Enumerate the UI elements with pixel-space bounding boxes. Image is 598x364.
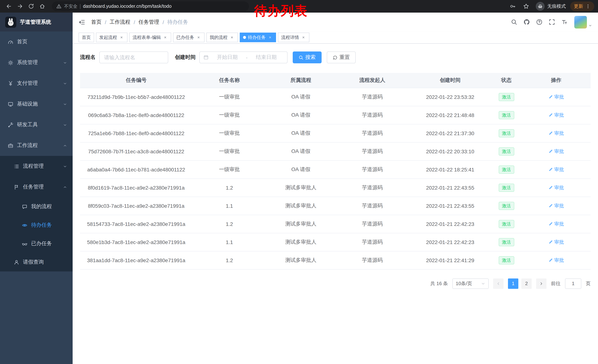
approve-link[interactable]: 审批 bbox=[548, 239, 564, 245]
status-badge: 激活 bbox=[498, 147, 514, 155]
cell-created-time: 2022-01-21 22:42:23 bbox=[409, 215, 491, 233]
close-icon[interactable] bbox=[301, 35, 306, 40]
address-bar[interactable]: 不安全 dashboard.yudao.iocoder.cn/bpm/task/… bbox=[52, 1, 249, 11]
tab-done-tasks[interactable]: 已办任务 bbox=[173, 32, 205, 42]
sidebar-item-dev-tools[interactable]: 研发工具 bbox=[0, 114, 73, 135]
tab-process-detail[interactable]: 流程详情 bbox=[278, 32, 309, 42]
edit-icon bbox=[548, 222, 553, 226]
edit-icon bbox=[548, 131, 553, 135]
page-size-value: 10条/页 bbox=[456, 280, 472, 287]
forward-button[interactable] bbox=[15, 1, 25, 11]
edit-icon bbox=[548, 258, 553, 262]
cell-status: 激活 bbox=[491, 233, 522, 251]
cell-created-time: 2022-01-21 22:41:29 bbox=[409, 251, 491, 269]
cell-initiator: 芋道源码 bbox=[335, 233, 409, 251]
page-button-1[interactable]: 1 bbox=[508, 278, 518, 289]
cell-created-time: 2022-01-22 20:33:10 bbox=[409, 142, 491, 160]
gear-icon bbox=[8, 60, 13, 65]
tab-todo-tasks[interactable]: 待办任务 bbox=[240, 32, 276, 42]
breadcrumb-item-1[interactable]: 工作流程 bbox=[110, 19, 130, 25]
sidebar-item-workflow[interactable]: 工作流程 bbox=[0, 135, 73, 156]
approve-link[interactable]: 审批 bbox=[548, 202, 564, 209]
next-page-button[interactable] bbox=[536, 278, 547, 289]
sidebar-collapse-button[interactable] bbox=[79, 19, 85, 25]
status-badge: 激活 bbox=[498, 202, 514, 210]
sidebar-item-home[interactable]: 首页 bbox=[0, 32, 73, 52]
sidebar-item-my-process[interactable]: 我的流程 bbox=[0, 197, 73, 216]
sidebar-item-todo-tasks[interactable]: 待办任务 bbox=[0, 216, 73, 235]
back-icon bbox=[6, 3, 12, 9]
sidebar-item-leave-query[interactable]: 请假查询 bbox=[0, 253, 73, 271]
approve-link[interactable]: 审批 bbox=[548, 257, 564, 263]
refresh-button[interactable] bbox=[26, 1, 36, 11]
active-tab-dot bbox=[243, 36, 246, 39]
approve-link[interactable]: 审批 bbox=[548, 130, 564, 137]
edit-icon bbox=[548, 113, 553, 117]
annotation-overlay: 待办列表 bbox=[254, 2, 307, 20]
cell-process: 测试多审批人 bbox=[266, 215, 335, 233]
approve-link[interactable]: 审批 bbox=[548, 166, 564, 173]
goto-label: 前往 bbox=[551, 280, 561, 287]
password-manager-button[interactable] bbox=[507, 1, 518, 11]
tab-my-process[interactable]: 我的流程 bbox=[206, 32, 238, 42]
process-name-input[interactable] bbox=[99, 51, 168, 63]
sidebar-item-done-tasks[interactable]: 已办任务 bbox=[0, 235, 73, 253]
page-button-2[interactable]: 2 bbox=[521, 278, 532, 289]
sidebar-item-infrastructure[interactable]: 基础设施 bbox=[0, 94, 73, 114]
sidebar-item-task-mgmt[interactable]: 任务管理 bbox=[0, 177, 73, 197]
back-button[interactable] bbox=[4, 1, 14, 11]
edit-icon bbox=[548, 203, 553, 208]
font-size-button[interactable] bbox=[559, 16, 570, 28]
close-icon[interactable] bbox=[163, 35, 168, 40]
close-icon[interactable] bbox=[229, 35, 234, 40]
goto-page-input[interactable] bbox=[565, 278, 581, 289]
range-separator: - bbox=[246, 54, 248, 60]
tab-home[interactable]: 首页 bbox=[79, 32, 94, 42]
approve-label: 审批 bbox=[554, 184, 564, 191]
page-size-select[interactable]: 10条/页 bbox=[452, 278, 489, 289]
cell-created-time: 2022-01-21 22:43:55 bbox=[409, 178, 491, 197]
person-icon bbox=[14, 259, 19, 265]
edit-icon bbox=[548, 185, 553, 190]
search-button[interactable] bbox=[508, 16, 519, 28]
sidebar-item-system[interactable]: 系统管理 bbox=[0, 52, 73, 73]
home-button[interactable] bbox=[37, 1, 47, 11]
column-header-process: 所属流程 bbox=[266, 73, 335, 88]
table-row: 381aa1dd-7ac8-11ec-a9e2-a2380e71991a1.2测… bbox=[80, 251, 590, 269]
bookmark-button[interactable] bbox=[521, 1, 531, 11]
approve-link[interactable]: 审批 bbox=[548, 112, 564, 118]
approve-link[interactable]: 审批 bbox=[548, 148, 564, 155]
github-button[interactable] bbox=[521, 16, 532, 28]
cell-created-time: 2022-01-22 21:48:48 bbox=[409, 106, 491, 124]
help-button[interactable] bbox=[533, 16, 545, 28]
fullscreen-button[interactable] bbox=[546, 16, 557, 28]
reset-button[interactable]: 重置 bbox=[327, 51, 356, 63]
sidebar-item-label: 我的流程 bbox=[31, 203, 52, 210]
search-button[interactable]: 搜索 bbox=[293, 51, 322, 63]
cell-initiator: 芋道源码 bbox=[335, 124, 409, 142]
approve-link[interactable]: 审批 bbox=[548, 220, 564, 227]
close-icon[interactable] bbox=[196, 35, 201, 40]
sidebar-item-payment[interactable]: 支付管理 bbox=[0, 73, 73, 94]
date-range-picker[interactable]: 开始日期 - 结束日期 bbox=[199, 51, 288, 63]
cell-created-time: 2022-01-22 18:25:41 bbox=[409, 160, 491, 178]
sidebar-item-process-mgmt[interactable]: 流程管理 bbox=[0, 156, 73, 177]
approve-link[interactable]: 审批 bbox=[548, 184, 564, 191]
prev-page-button[interactable] bbox=[493, 278, 504, 289]
tab-form-edit[interactable]: 流程表单-编辑 bbox=[129, 32, 171, 42]
table-row: 58154733-7ac8-11ec-a9e2-a2380e71991a1.2测… bbox=[80, 215, 590, 233]
update-button[interactable]: 更新 bbox=[570, 1, 594, 11]
edit-icon bbox=[548, 240, 553, 244]
approve-link[interactable]: 审批 bbox=[548, 94, 564, 100]
tab-start-process[interactable]: 发起流程 bbox=[96, 32, 127, 42]
cell-task-name: 1.2 bbox=[192, 178, 266, 197]
user-menu[interactable] bbox=[574, 16, 592, 28]
table-row: 725a1eb6-7b88-11ec-8ef0-acde48001122一级审批… bbox=[80, 124, 590, 142]
cell-actions: 审批 bbox=[522, 142, 590, 160]
close-icon[interactable] bbox=[267, 35, 273, 40]
breadcrumb-item-0[interactable]: 首页 bbox=[91, 19, 101, 25]
cell-task-id: 75d72608-7b7f-11ec-a3c8-acde48001122 bbox=[80, 142, 192, 160]
breadcrumb-item-2[interactable]: 任务管理 bbox=[139, 19, 159, 25]
tab-label: 流程详情 bbox=[281, 34, 299, 40]
close-icon[interactable] bbox=[119, 35, 124, 40]
